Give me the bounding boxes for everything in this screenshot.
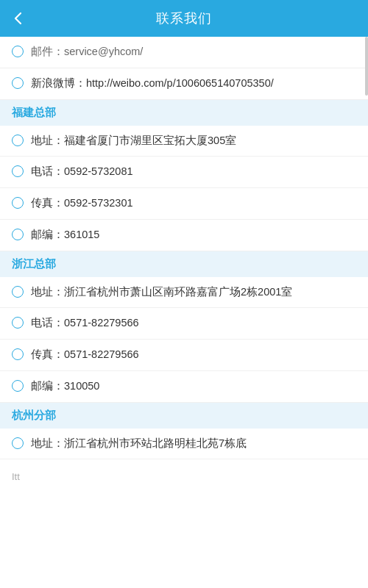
- radio-icon: [12, 286, 24, 298]
- bottom-text: Itt: [0, 459, 368, 494]
- item-text: 邮件：service@yhcom/: [31, 44, 356, 60]
- item-text: 地址：浙江省杭州市环站北路明桂北苑7栋底: [31, 436, 356, 452]
- list-item: 地址：浙江省杭州市环站北路明桂北苑7栋底: [0, 429, 368, 460]
- section-header-fujian: 福建总部: [0, 100, 368, 126]
- list-item: 邮编：361015: [0, 220, 368, 251]
- list-item: 地址：福建省厦门市湖里区宝拓大厦305室: [0, 126, 368, 157]
- radio-icon: [12, 229, 24, 240]
- list-item: 地址：浙江省杭州市萧山区南环路嘉富广场2栋2001室: [0, 277, 368, 309]
- item-text: 电话：0592-5732081: [31, 164, 356, 180]
- list-item: 传真：0592-5732301: [0, 188, 368, 220]
- radio-icon: [12, 197, 24, 209]
- page-title: 联系我们: [156, 10, 212, 27]
- radio-icon: [12, 348, 24, 360]
- item-text: 新浪微博：http://weibo.com/p/1006065140705350…: [31, 76, 356, 92]
- item-text: 电话：0571-82279566: [31, 315, 356, 331]
- list-item: 邮编：310050: [0, 371, 368, 403]
- item-text: 邮编：361015: [31, 227, 356, 243]
- list-item: 电话：0571-82279566: [0, 308, 368, 340]
- header: 联系我们: [0, 0, 368, 37]
- radio-icon: [12, 135, 24, 146]
- radio-icon: [12, 77, 24, 89]
- item-text: 地址：浙江省杭州市萧山区南环路嘉富广场2栋2001室: [31, 284, 356, 301]
- item-text: 传真：0592-5732301: [31, 196, 356, 212]
- radio-icon: [12, 317, 24, 329]
- radio-icon: [12, 46, 24, 57]
- item-text: 传真：0571-82279566: [31, 347, 356, 363]
- list-item: 电话：0592-5732081: [0, 157, 368, 188]
- section-header-hangzhou: 杭州分部: [0, 403, 368, 429]
- scrollbar-thumb[interactable]: [365, 37, 368, 96]
- item-text: 地址：福建省厦门市湖里区宝拓大厦305室: [31, 133, 356, 149]
- radio-icon: [12, 437, 24, 449]
- contact-list: 邮件：service@yhcom/ 新浪微博：http://weibo.com/…: [0, 37, 368, 494]
- section-header-zhejiang: 浙江总部: [0, 251, 368, 277]
- list-item: 传真：0571-82279566: [0, 340, 368, 371]
- radio-icon: [12, 165, 24, 177]
- radio-icon: [12, 380, 24, 392]
- back-button[interactable]: [10, 10, 26, 26]
- list-item: 新浪微博：http://weibo.com/p/1006065140705350…: [0, 68, 368, 100]
- list-item: 邮件：service@yhcom/: [0, 37, 368, 68]
- item-text: 邮编：310050: [31, 379, 356, 395]
